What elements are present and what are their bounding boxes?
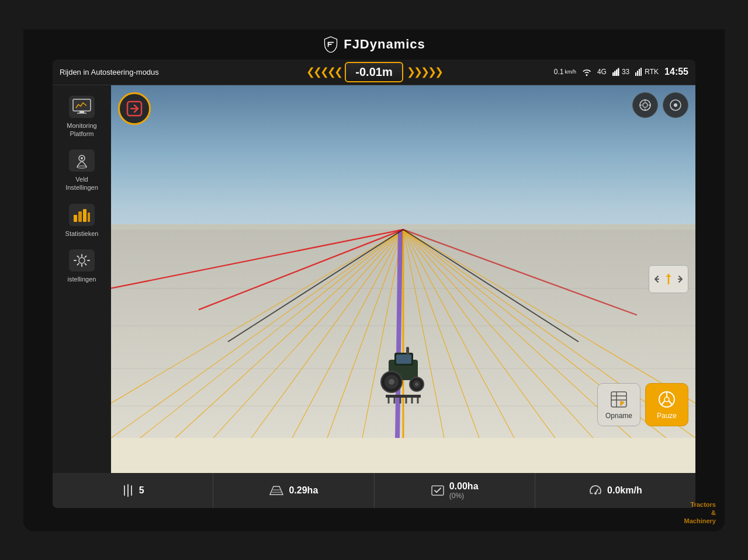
- brand-logo: FJDynamics: [323, 36, 425, 53]
- main-content: MonitoringPlatform VeldInstellingen: [53, 85, 695, 473]
- speed-display: 0.1 km/h: [554, 68, 576, 76]
- field-area-icon: [269, 484, 284, 497]
- offset-value: -0.01m: [345, 62, 403, 82]
- svg-point-81: [664, 397, 669, 402]
- settings-circle-btn-2[interactable]: [663, 92, 688, 118]
- svg-rect-5: [637, 71, 638, 76]
- sidebar-item-monitoring[interactable]: MonitoringPlatform: [56, 91, 108, 143]
- signal-icon: [612, 68, 621, 76]
- settings-circle-btn-1[interactable]: [632, 92, 658, 118]
- area-total-sub: (0%): [449, 492, 479, 500]
- istellingen-label: istellingen: [68, 275, 96, 283]
- veld-icon-box: [69, 149, 95, 172]
- location-icon: [72, 151, 91, 170]
- svg-rect-3: [618, 68, 619, 76]
- speed-icon: [588, 484, 602, 497]
- status-right: 0.1 km/h 4G: [479, 67, 688, 77]
- record-icon: [609, 389, 629, 409]
- rows-count-icon: [122, 484, 134, 497]
- pauze-button[interactable]: Pauze: [645, 383, 688, 426]
- main-screen: Rijden in Autosteering-modus ❮❮❮❮❮ -0.01…: [53, 60, 695, 508]
- stats-bar: 5 0.29ha: [53, 473, 695, 508]
- brand-bar: FJDynamics: [23, 29, 725, 60]
- stat-rows: 5: [53, 473, 213, 508]
- mode-text: Rijden in Autosteering-modus: [60, 68, 269, 76]
- statistieken-icon-box: [69, 204, 95, 226]
- chevrons-right: ❯❯❯❯❯: [407, 65, 442, 78]
- monitoring-icon: [72, 99, 91, 115]
- veld-label: VeldInstellingen: [65, 175, 98, 192]
- offset-display-area: ❮❮❮❮❮ -0.01m ❯❯❯❯❯: [269, 62, 479, 82]
- svg-rect-76: [611, 392, 626, 407]
- time-display: 14:55: [664, 67, 688, 77]
- tractor-container: [377, 342, 430, 409]
- svg-rect-14: [74, 215, 77, 222]
- svg-rect-1: [614, 71, 616, 76]
- layers-icon: [669, 99, 682, 112]
- istellingen-icon-box: [69, 249, 95, 272]
- status-bar: Rijden in Autosteering-modus ❮❮❮❮❮ -0.01…: [53, 60, 695, 85]
- svg-rect-4: [635, 72, 636, 76]
- statistieken-label: Statistieken: [65, 229, 99, 238]
- rows-value: 5: [139, 485, 144, 496]
- steer-direction-box: [649, 265, 688, 293]
- device-frame: FJDynamics Rijden in Autosteering-modus …: [23, 29, 725, 531]
- brand-name: FJDynamics: [344, 37, 425, 52]
- svg-point-13: [77, 166, 86, 168]
- sidebar: MonitoringPlatform VeldInstellingen: [53, 85, 111, 473]
- svg-rect-16: [83, 209, 86, 222]
- pauze-label: Pauze: [657, 412, 677, 420]
- stat-area-total: 0.00ha (0%): [375, 473, 535, 508]
- speedometer-icon: [588, 484, 602, 497]
- svg-rect-15: [78, 211, 82, 222]
- svg-point-92: [594, 492, 597, 495]
- rows-icon: [122, 484, 134, 497]
- bar-chart-icon: [72, 207, 91, 223]
- svg-rect-58: [396, 354, 411, 364]
- tractor-icon: [377, 342, 430, 406]
- checkbox-area-icon: [431, 484, 445, 497]
- steering-wheel-icon: [657, 389, 677, 409]
- svg-point-61: [389, 379, 394, 385]
- svg-line-83: [662, 401, 664, 405]
- stat-speed: 0.0km/h: [535, 473, 695, 508]
- svg-point-12: [81, 157, 83, 159]
- network-type: 4G: [597, 68, 607, 76]
- sidebar-item-statistieken[interactable]: Statistieken: [56, 199, 108, 242]
- svg-rect-65: [406, 347, 409, 355]
- opname-label: Opname: [605, 412, 632, 420]
- action-buttons: Opname Pauze: [597, 383, 688, 426]
- sidebar-item-veld[interactable]: VeldInstellingen: [56, 145, 108, 197]
- wifi-icon: [582, 67, 591, 76]
- area-worked-icon: [269, 484, 284, 497]
- rtk-label: RTK: [635, 68, 659, 76]
- svg-rect-49: [386, 395, 421, 398]
- stat-area-worked: 0.29ha: [213, 473, 374, 508]
- monitoring-label: MonitoringPlatform: [67, 121, 96, 138]
- area-total-values: 0.00ha (0%): [449, 481, 479, 500]
- svg-point-74: [674, 103, 677, 107]
- speed-stat-value: 0.0km/h: [607, 485, 642, 496]
- svg-point-64: [415, 382, 418, 386]
- svg-rect-0: [612, 72, 614, 76]
- steer-arrows-icon: [654, 270, 683, 288]
- chevrons-left: ❮❮❮❮❮: [306, 65, 341, 78]
- svg-rect-10: [77, 113, 86, 114]
- svg-point-18: [79, 258, 85, 263]
- svg-rect-6: [639, 69, 640, 76]
- svg-line-84: [669, 401, 672, 405]
- fjd-shield-icon: [323, 36, 339, 53]
- watermark: Tractors & Machinery: [684, 500, 716, 526]
- target-icon: [639, 99, 652, 112]
- signal-area: 33: [612, 68, 629, 76]
- opname-button[interactable]: Opname: [597, 383, 640, 426]
- area-total-value: 0.00ha: [449, 481, 479, 492]
- autosteer-button[interactable]: [118, 92, 151, 125]
- autosteer-icon: [125, 99, 144, 118]
- svg-rect-17: [88, 213, 90, 222]
- map-area: Opname Pauze: [111, 85, 695, 473]
- area-total-icon: [431, 484, 445, 497]
- top-right-buttons: [632, 92, 688, 118]
- rtk-icon: [635, 68, 643, 76]
- sidebar-item-istellingen[interactable]: istellingen: [56, 245, 108, 288]
